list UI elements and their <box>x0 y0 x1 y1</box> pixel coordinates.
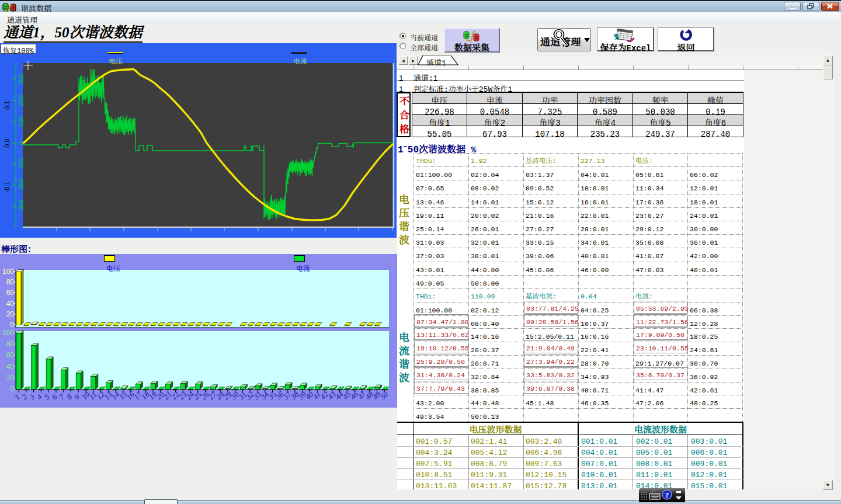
svg-text:0: 0 <box>10 385 14 393</box>
svg-text:80: 80 <box>6 278 15 286</box>
svg-text:4: 4 <box>35 392 44 402</box>
svg-text:0: 0 <box>10 321 14 329</box>
svg-text:?: ? <box>665 491 669 499</box>
svg-text:7: 7 <box>57 392 67 402</box>
svg-text:5: 5 <box>43 392 52 402</box>
svg-text:8: 8 <box>65 392 74 402</box>
svg-text:3: 3 <box>27 392 36 402</box>
svg-text:50: 50 <box>378 390 390 401</box>
svg-text:20: 20 <box>6 374 15 382</box>
svg-text:60: 60 <box>6 351 15 359</box>
svg-text:6: 6 <box>50 392 59 402</box>
svg-text:2: 2 <box>20 392 29 402</box>
svg-text:9: 9 <box>72 392 82 402</box>
svg-text:100: 100 <box>2 267 14 276</box>
svg-text:80: 80 <box>6 340 15 348</box>
svg-text:40: 40 <box>6 300 15 308</box>
svg-text:1: 1 <box>13 392 22 401</box>
svg-text:20: 20 <box>6 310 15 318</box>
svg-text:60: 60 <box>6 289 15 297</box>
svg-text:40: 40 <box>6 363 15 371</box>
svg-text:100: 100 <box>2 329 14 337</box>
